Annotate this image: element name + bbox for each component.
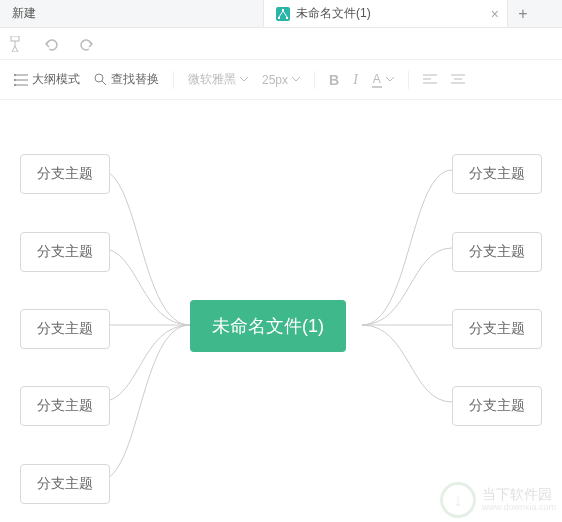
branch-node-left-0[interactable]: 分支主题 [20, 154, 110, 194]
tab-label: 新建 [12, 5, 36, 22]
font-label: 微软雅黑 [188, 71, 236, 88]
branch-node-right-0[interactable]: 分支主题 [452, 154, 542, 194]
add-tab-button[interactable]: + [508, 5, 538, 23]
font-color-label: A [372, 72, 382, 88]
undo-icon[interactable] [42, 35, 60, 53]
bold-button[interactable]: B [329, 72, 339, 88]
size-label: 25px [262, 73, 288, 87]
align-left-button[interactable] [423, 74, 437, 86]
chevron-down-icon [240, 77, 248, 82]
center-node[interactable]: 未命名文件(1) [190, 300, 346, 352]
outline-mode-button[interactable]: 大纲模式 [14, 71, 80, 88]
watermark-title: 当下软件园 [482, 487, 556, 502]
font-family-select[interactable]: 微软雅黑 [188, 71, 248, 88]
separator [408, 71, 409, 89]
separator [173, 71, 174, 89]
find-replace-button[interactable]: 查找替换 [94, 71, 159, 88]
redo-icon[interactable] [78, 35, 96, 53]
font-color-button[interactable]: A [372, 72, 394, 88]
watermark: ↓ 当下软件园 www.downxia.com [440, 482, 556, 518]
branch-node-right-2[interactable]: 分支主题 [452, 309, 542, 349]
branch-node-left-1[interactable]: 分支主题 [20, 232, 110, 272]
font-size-select[interactable]: 25px [262, 73, 300, 87]
mindmap-canvas[interactable]: 未命名文件(1) 分支主题 分支主题 分支主题 分支主题 分支主题 分支主题 分… [0, 100, 562, 522]
svg-point-4 [14, 74, 16, 76]
svg-rect-2 [286, 17, 288, 19]
branch-node-left-3[interactable]: 分支主题 [20, 386, 110, 426]
separator [314, 71, 315, 89]
svg-rect-0 [282, 9, 284, 11]
branch-node-right-3[interactable]: 分支主题 [452, 386, 542, 426]
italic-button[interactable]: I [353, 72, 358, 88]
tab-label: 未命名文件(1) [296, 5, 371, 22]
format-painter-icon[interactable] [6, 35, 24, 53]
svg-rect-1 [278, 17, 280, 19]
watermark-logo-icon: ↓ [440, 482, 476, 518]
branch-node-left-2[interactable]: 分支主题 [20, 309, 110, 349]
branch-node-left-4[interactable]: 分支主题 [20, 464, 110, 504]
tab-current[interactable]: 未命名文件(1) × [264, 0, 508, 27]
mindmap-icon [276, 7, 290, 21]
align-center-button[interactable] [451, 74, 465, 86]
svg-point-7 [95, 74, 103, 82]
svg-point-6 [14, 84, 16, 86]
list-icon [14, 74, 28, 86]
outline-label: 大纲模式 [32, 71, 80, 88]
find-label: 查找替换 [111, 71, 159, 88]
tab-new[interactable]: 新建 [0, 0, 264, 27]
branch-node-right-1[interactable]: 分支主题 [452, 232, 542, 272]
chevron-down-icon [292, 77, 300, 82]
watermark-url: www.downxia.com [482, 503, 556, 513]
chevron-down-icon [386, 77, 394, 82]
svg-point-5 [14, 79, 16, 81]
format-toolbar: 大纲模式 查找替换 微软雅黑 25px B I A [0, 60, 562, 100]
tab-bar: 新建 未命名文件(1) × + [0, 0, 562, 28]
quick-toolbar [0, 28, 562, 60]
svg-rect-3 [11, 36, 19, 41]
search-icon [94, 73, 107, 86]
close-icon[interactable]: × [491, 6, 499, 22]
